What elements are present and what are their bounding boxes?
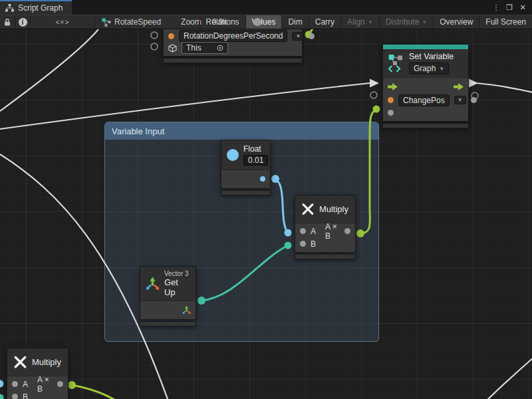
node-title: Set Variable — [409, 52, 454, 61]
input-port-a[interactable] — [12, 381, 18, 387]
set-variable-icon — [388, 54, 404, 72]
output-port[interactable] — [57, 381, 63, 387]
external-port[interactable] — [370, 92, 377, 98]
tab-script-graph[interactable]: Script Graph — [0, 0, 72, 15]
output-port[interactable] — [471, 97, 477, 103]
float-type-icon — [227, 149, 239, 161]
node-footer — [163, 58, 303, 63]
tab-strip: Script Graph ⋮ ❐ ✕ — [0, 0, 532, 15]
group-title: Variable Input — [112, 126, 164, 136]
output-port[interactable] — [344, 228, 350, 234]
variable-name-port[interactable] — [388, 97, 394, 103]
node-footer — [221, 190, 271, 196]
node-title: Float — [243, 144, 268, 154]
chevron-down-icon: ▼ — [368, 19, 373, 25]
node-multiply-bottom[interactable]: Multiply A A × B B — [7, 348, 68, 399]
wire-end-dot — [373, 106, 380, 113]
graph-name-label: RotateSpeed — [114, 17, 161, 27]
flow-output-port[interactable] — [454, 83, 464, 90]
variable-name-dropdown[interactable]: ChangePos — [398, 94, 450, 106]
lock-icon — [4, 19, 11, 26]
align-dropdown[interactable]: Align ▼ — [340, 15, 379, 29]
port-label-b: B — [23, 392, 28, 399]
distribute-label: Distribute — [386, 17, 420, 27]
variable-name-dropdown[interactable]: RotationDegreesPerSecond — [179, 30, 287, 42]
object-picker-icon[interactable] — [217, 45, 223, 51]
info-button[interactable]: i — [15, 15, 31, 29]
carry-button[interactable]: Carry — [309, 15, 340, 29]
align-label: Align — [347, 17, 365, 27]
flow-arrowhead-out — [469, 79, 478, 88]
node-footer — [140, 321, 196, 327]
wire-end-dot — [0, 380, 4, 388]
variable-dropdown-button[interactable]: ▼ — [454, 96, 466, 104]
target-object-field[interactable]: This — [182, 42, 228, 54]
dim-button[interactable]: Dim — [281, 15, 308, 29]
zoom-to-fit-button[interactable]: <×> — [31, 15, 95, 29]
input-port-a[interactable] — [300, 228, 306, 234]
node-footer — [382, 123, 469, 128]
port-label-a: A — [23, 380, 28, 389]
window-maximize-icon[interactable]: ❐ — [504, 2, 515, 13]
window-menu-icon[interactable]: ⋮ — [491, 2, 501, 13]
node-vector3-get-up[interactable]: Vector 3 Get Up — [140, 266, 196, 327]
float-output-port[interactable] — [260, 176, 265, 182]
flow-arrowhead-in — [370, 79, 379, 88]
graph-hierarchy-icon — [5, 4, 14, 12]
node-multiply-group[interactable]: Multiply A A × B B — [295, 195, 356, 259]
wire-green-bottom-multiply-out — [72, 385, 121, 399]
window-close-icon[interactable]: ✕ — [517, 2, 528, 13]
external-port[interactable] — [151, 32, 158, 39]
node-title: Multiply — [32, 357, 61, 367]
graph-toolbar: i <×> RotateSpeed Zoom 0.9x Relations Va… — [0, 15, 532, 29]
graph-canvas[interactable]: Variable Input — [0, 29, 532, 399]
node-float-literal[interactable]: Float 0.01 — [221, 140, 271, 196]
zoom-slider-handle[interactable] — [253, 18, 261, 26]
info-icon: i — [19, 18, 27, 27]
group-header[interactable]: Variable Input — [105, 122, 378, 140]
external-port[interactable] — [151, 43, 158, 50]
zoom-control: Zoom 0.9x — [168, 15, 199, 29]
unity-script-graph-window: Script Graph ⋮ ❐ ✕ i <×> — [0, 0, 532, 399]
wire-end-dot — [0, 394, 4, 399]
wire-white-bottomright — [485, 357, 532, 399]
window-controls: ⋮ ❐ ✕ — [491, 0, 532, 15]
value-input-port[interactable] — [388, 110, 394, 116]
distribute-dropdown[interactable]: Distribute ▼ — [379, 15, 434, 29]
lock-button[interactable] — [0, 15, 15, 29]
wire-white-topleft — [0, 29, 98, 111]
values-button[interactable]: Values — [245, 15, 282, 29]
variable-name: ChangePos — [403, 96, 445, 105]
variable-name: RotationDegreesPerSecond — [184, 31, 283, 41]
node-footer — [295, 254, 356, 259]
target-object-value: This — [186, 43, 213, 53]
graph-node-icon — [102, 18, 111, 27]
flow-input-port[interactable] — [388, 83, 398, 90]
relations-button[interactable]: Relations — [200, 15, 245, 29]
port-label-b: B — [311, 239, 316, 249]
float-value-input[interactable]: 0.01 — [243, 155, 268, 166]
node-title: Get Up — [164, 277, 190, 297]
current-graph-indicator[interactable]: RotateSpeed — [95, 15, 168, 29]
tab-title: Script Graph — [18, 3, 63, 13]
node-set-variable[interactable]: Set Variable Graph ▼ — [382, 44, 469, 128]
zoom-to-fit-icon: <×> — [56, 19, 70, 26]
input-port-b[interactable] — [300, 241, 306, 247]
multiply-icon — [302, 201, 314, 217]
variable-kind: Graph — [414, 64, 436, 73]
input-port-b[interactable] — [12, 394, 18, 399]
fullscreen-button[interactable]: Full Screen — [479, 15, 532, 29]
chevron-down-icon: ▼ — [295, 33, 301, 39]
zoom-label: Zoom — [181, 17, 201, 27]
vector3-output-port[interactable] — [182, 306, 191, 315]
chevron-down-icon: ▼ — [439, 66, 444, 72]
vector3-icon — [146, 277, 160, 291]
variable-kind-dropdown[interactable]: Graph ▼ — [409, 63, 449, 74]
variable-name-port[interactable] — [168, 33, 174, 39]
variable-dropdown-button[interactable]: ▼ — [292, 32, 304, 41]
node-get-variable[interactable]: RotationDegreesPerSecond ▼ This — [163, 29, 303, 63]
value-output-port[interactable] — [309, 33, 315, 39]
port-label-a: A — [311, 227, 316, 236]
port-label-out: A × B — [325, 222, 340, 241]
overview-button[interactable]: Overview — [433, 15, 479, 29]
